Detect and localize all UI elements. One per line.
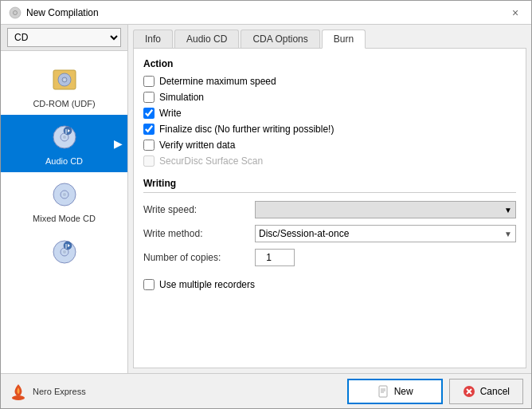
footer: Nero Express New Cance (1, 373, 531, 408)
checkbox-simulation: Simulation (143, 92, 516, 103)
checkbox-verify-label: Verify written data (159, 140, 235, 151)
copies-input[interactable] (255, 249, 295, 266)
svg-point-15 (63, 193, 66, 196)
title-bar: New Compilation × (1, 1, 531, 25)
checkbox-finalize-label: Finalize disc (No further writing possib… (159, 124, 334, 135)
action-section-title: Action (143, 58, 516, 69)
window-title: New Compilation (26, 7, 99, 18)
write-speed-label: Write speed: (143, 204, 255, 215)
checkbox-finalize: Finalize disc (No further writing possib… (143, 124, 516, 135)
speed-dropdown-arrow: ▼ (504, 206, 512, 214)
tab-info[interactable]: Info (133, 29, 173, 48)
new-button-label: New (394, 386, 413, 397)
tab-audiocd[interactable]: Audio CD (174, 29, 239, 48)
tab-cdaoptions[interactable]: CDA Options (241, 29, 319, 48)
list-item-cdrom[interactable]: CD-ROM (UDF) (1, 57, 127, 115)
write-method-row: Write method: Disc/Session-at-once ▼ (143, 225, 516, 242)
writing-section: Writing Write speed: ▼ Write method: Dis… (143, 178, 516, 290)
list-item-extra[interactable] (1, 230, 127, 277)
list-item-audiocd[interactable]: Audio CD ▶ (1, 115, 127, 172)
extra-icon (49, 236, 80, 268)
cancel-button-label: Cancel (480, 386, 510, 397)
cd-dropdown-wrapper[interactable]: CD DVD Blu-ray (7, 28, 121, 47)
checkbox-securedisc-label: SecurDisc Surface Scan (159, 155, 263, 167)
checkbox-securedisc-input (143, 155, 155, 167)
nero-icon (9, 382, 28, 401)
checkbox-write-label: Write (159, 108, 182, 119)
main-content: CD DVD Blu-ray (1, 25, 531, 373)
svg-point-22 (12, 395, 25, 400)
checkbox-finalize-input[interactable] (143, 124, 155, 135)
checkbox-multirecorder-input[interactable] (143, 279, 155, 290)
checkbox-write-input[interactable] (143, 108, 155, 119)
cancel-icon (463, 385, 475, 398)
write-method-value: Disc/Session-at-once (259, 228, 349, 239)
cdrom-icon (49, 64, 80, 96)
write-method-dropdown[interactable]: Disc/Session-at-once ▼ (255, 225, 516, 242)
checkbox-securedisc: SecurDisc Surface Scan (143, 155, 516, 167)
footer-buttons: New Cancel (347, 379, 523, 404)
checkbox-multirecorder: Use multiple recorders (143, 279, 516, 290)
title-bar-left: New Compilation (9, 6, 99, 19)
checkbox-simulation-label: Simulation (159, 92, 204, 103)
svg-point-2 (14, 12, 16, 14)
footer-left: Nero Express (9, 382, 86, 401)
mixedmode-label: Mixed Mode CD (33, 214, 96, 223)
copies-row: Number of copies: (143, 249, 516, 266)
new-doc-icon (377, 385, 389, 398)
write-method-arrow: ▼ (504, 230, 512, 238)
list-item-mixedmode[interactable]: Mixed Mode CD (1, 172, 127, 230)
copies-label: Number of copies: (143, 252, 255, 263)
checkbox-simulation-input[interactable] (143, 92, 155, 103)
checkbox-verify: Verify written data (143, 140, 516, 151)
checkbox-verify-input[interactable] (143, 140, 155, 151)
cdrom-label: CD-ROM (UDF) (33, 99, 95, 108)
cd-icon (9, 6, 22, 19)
burn-tab-content: Action Determine maximum speed Simulatio… (133, 48, 526, 368)
write-speed-dropdown[interactable]: ▼ (255, 201, 516, 218)
right-panel: Info Audio CD CDA Options Burn Action De… (128, 25, 531, 373)
write-speed-row: Write speed: ▼ (143, 201, 516, 218)
mixedmode-icon (49, 179, 80, 210)
svg-point-18 (63, 250, 66, 254)
main-window: New Compilation × CD DVD Blu-ray (0, 0, 532, 409)
audiocd-label: Audio CD (45, 156, 83, 166)
close-button[interactable]: × (507, 5, 523, 21)
svg-rect-23 (379, 386, 387, 397)
selected-arrow: ▶ (114, 137, 123, 150)
cancel-button[interactable]: Cancel (449, 379, 523, 404)
tab-burn[interactable]: Burn (322, 29, 366, 49)
left-panel: CD DVD Blu-ray (1, 25, 128, 373)
app-name: Nero Express (33, 387, 86, 396)
writing-section-title: Writing (143, 178, 516, 193)
left-panel-header: CD DVD Blu-ray (1, 25, 127, 51)
checkbox-determine-speed: Determine maximum speed (143, 76, 516, 87)
audiocd-icon (49, 121, 80, 153)
left-panel-items: CD-ROM (UDF) Audio CD (1, 51, 127, 373)
checkbox-determine-speed-input[interactable] (143, 76, 155, 87)
svg-point-9 (63, 136, 66, 139)
write-method-label: Write method: (143, 228, 255, 239)
new-button[interactable]: New (347, 379, 443, 404)
cd-type-select[interactable]: CD DVD Blu-ray (7, 28, 121, 47)
tab-bar: Info Audio CD CDA Options Burn (128, 25, 531, 48)
checkbox-write: Write (143, 108, 516, 119)
checkbox-determine-speed-label: Determine maximum speed (159, 76, 276, 87)
checkbox-multirecorder-label: Use multiple recorders (159, 279, 255, 290)
svg-point-6 (63, 79, 65, 81)
